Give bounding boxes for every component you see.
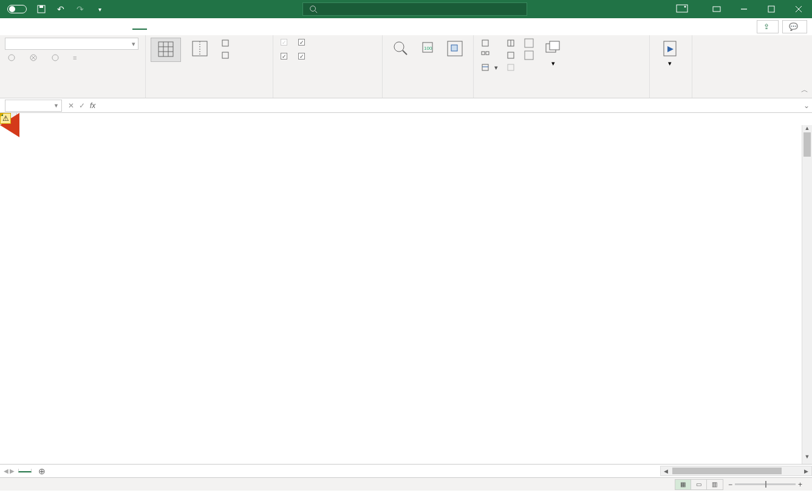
zoom-100-button[interactable]: 100 [418,38,438,61]
tab-view[interactable] [132,24,147,30]
accept-formula-icon[interactable]: ✓ [79,101,85,110]
svg-rect-40 [525,39,533,47]
page-layout-button[interactable] [219,38,234,49]
chevron-down-icon: ▾ [132,40,135,48]
scroll-thumb[interactable] [803,132,811,157]
maximize-icon[interactable] [757,0,785,18]
page-layout-view-icon[interactable]: ▭ [691,480,707,489]
split-button[interactable] [504,38,520,49]
group-label [655,95,687,97]
grid: ⚠ ▲ ▼ [0,113,812,464]
comments-button[interactable]: 💬 [782,20,807,33]
svg-rect-4 [677,5,687,12]
sheet-next-icon[interactable]: ▶ [10,468,15,474]
svg-rect-30 [451,45,457,51]
zoom-in-icon[interactable]: + [798,480,802,489]
unhide-button[interactable] [504,62,520,73]
account-icon[interactable] [674,2,691,16]
options-button[interactable]: ≡ [70,52,81,63]
exit-button[interactable] [27,52,43,63]
freeze-panes-button[interactable]: ▾ [479,62,500,73]
scroll-left-icon[interactable]: ◀ [661,468,671,474]
cancel-formula-icon[interactable]: ✕ [68,101,74,110]
zoom-out-icon[interactable]: − [728,480,732,489]
scroll-right-icon[interactable]: ▶ [801,468,811,474]
keep-button[interactable] [5,52,21,63]
status-bar: ▦ ▭ ▥ − + [0,477,812,491]
checkbox-icon: ✓ [281,39,287,46]
zoom-track[interactable] [735,483,796,485]
chevron-down-icon: ▼ [53,103,59,109]
new-view-button[interactable] [49,52,64,63]
svg-rect-41 [525,51,533,60]
headings-check[interactable]: ✓ [296,52,310,61]
formula-bar: ▼ ✕ ✓ fx ⌄ [0,98,812,113]
sheet-nav[interactable]: ◀▶ [0,468,18,474]
svg-text:100: 100 [424,46,432,51]
ruler-check[interactable]: ✓ [278,38,292,47]
collapse-ribbon-icon[interactable]: ︿ [801,85,808,95]
macros-button[interactable]: ▾ [655,38,685,69]
svg-point-2 [310,6,316,12]
sheetview-dropdown[interactable]: ▾ [5,38,138,50]
svg-rect-43 [550,41,559,50]
formulabar-check[interactable]: ✓ [296,38,310,47]
undo-icon[interactable]: ↶ [53,2,68,16]
sheet-tab-bar: ◀▶ ⊕ ◀ ▶ [0,464,812,477]
ribbon: ▾ ≡ ✓ ✓ ✓ [0,35,812,98]
sheet-prev-icon[interactable]: ◀ [4,468,9,474]
arrange-all-button[interactable] [479,50,500,61]
svg-rect-39 [508,64,514,70]
sheet-tab[interactable] [18,469,32,472]
tab-review[interactable] [117,24,131,29]
tab-formulas[interactable] [85,24,100,29]
close-icon[interactable] [785,0,812,18]
zoom-button[interactable] [387,38,414,61]
zoom-icon [391,39,411,58]
normal-view-button[interactable] [151,38,181,62]
group-label [5,95,140,97]
scroll-down-icon[interactable]: ▼ [802,454,812,464]
tab-page-layout[interactable] [69,24,84,29]
tab-data[interactable] [101,24,115,29]
custom-views-button[interactable] [219,50,234,61]
tab-help[interactable] [148,24,163,29]
zoom-selection-button[interactable] [442,38,469,61]
minimize-icon[interactable] [730,0,757,18]
horizontal-scrollbar[interactable]: ◀ ▶ [660,466,812,476]
page-break-button[interactable] [185,38,215,61]
gridlines-check[interactable]: ✓ [278,52,292,61]
switch-windows-icon [544,39,563,58]
share-button[interactable]: ⇪ [757,20,779,33]
qat-customize-icon[interactable]: ▾ [92,2,107,16]
autosave-toggle[interactable] [5,5,29,13]
new-window-button[interactable] [479,38,500,49]
add-sheet-button[interactable]: ⊕ [35,466,49,476]
view-side-icon[interactable] [524,38,534,62]
tab-home[interactable] [22,24,36,29]
normal-view-icon[interactable]: ▦ [675,480,691,489]
fx-icon[interactable]: fx [90,101,95,110]
scroll-thumb[interactable] [672,468,782,474]
hide-button[interactable] [504,50,520,61]
page-break-view-icon[interactable]: ▥ [707,480,723,489]
ribbon-display-icon[interactable] [703,0,730,18]
tab-insert[interactable] [38,24,52,29]
zoom-100-icon: 100 [419,39,438,58]
name-box[interactable]: ▼ [5,100,62,112]
custom-views-icon [221,51,230,60]
ribbon-tabs: ⇪ 💬 [0,18,812,35]
share-icon: ⇪ [763,22,769,31]
expand-formula-bar-icon[interactable]: ⌄ [801,101,812,110]
search-box[interactable] [302,2,527,16]
vertical-scrollbar[interactable]: ▲ ▼ [802,125,812,464]
save-icon[interactable] [34,2,49,16]
formula-input[interactable] [99,98,801,112]
tab-draw[interactable] [53,24,68,29]
zoom-slider[interactable]: − + [728,480,802,489]
chevron-down-icon: ▾ [551,60,555,67]
tab-file[interactable] [6,24,21,29]
switch-windows-button[interactable]: ▾ [538,38,568,69]
redo-icon[interactable]: ↷ [73,2,87,16]
chevron-down-icon: ▾ [494,64,498,72]
